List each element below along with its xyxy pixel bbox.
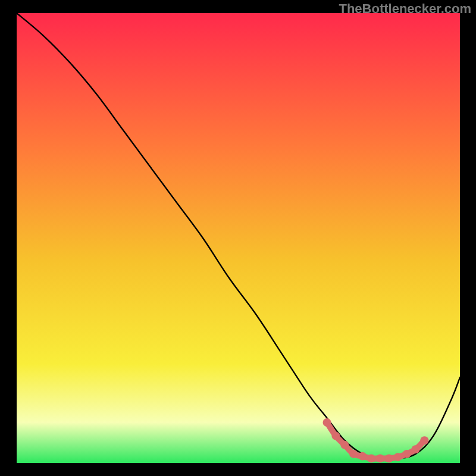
optimal-range-point [331, 432, 340, 440]
attribution-label: TheBottlenecker.com [339, 1, 471, 17]
chart-svg [0, 0, 476, 476]
optimal-range-point [323, 418, 331, 427]
optimal-range-point [394, 453, 402, 461]
optimal-range-point [349, 450, 358, 458]
optimal-range-point [376, 454, 384, 462]
optimal-range-point [340, 441, 349, 449]
optimal-range-point [358, 452, 367, 461]
optimal-range-point [403, 450, 411, 458]
chart-canvas: { "attribution": "TheBottlenecker.com", … [0, 0, 476, 476]
optimal-range-point [367, 454, 375, 462]
gradient-background [17, 13, 460, 463]
optimal-range-point [412, 445, 420, 453]
optimal-range-point [385, 454, 393, 462]
optimal-range-point [420, 436, 428, 444]
